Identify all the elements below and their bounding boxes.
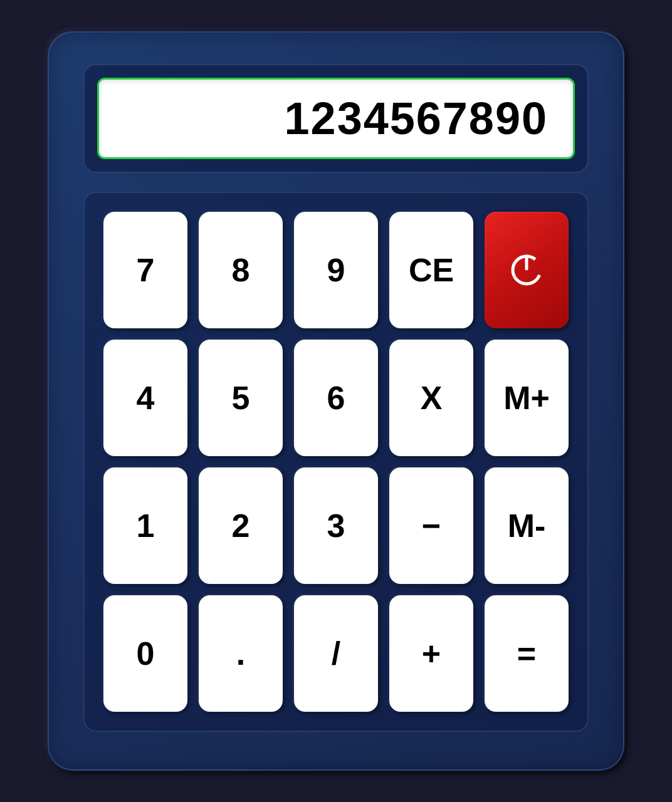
key-add[interactable]: + xyxy=(389,595,473,712)
key-decimal[interactable]: . xyxy=(199,595,283,712)
calculator: 1234567890 7 8 9 CE 4 5 6 X M+ 1 xyxy=(48,31,624,771)
key-m-minus[interactable]: M- xyxy=(485,467,569,584)
key-7[interactable]: 7 xyxy=(103,212,187,328)
keypad: 7 8 9 CE 4 5 6 X M+ 1 2 3 − M- xyxy=(83,192,589,732)
display: 1234567890 xyxy=(97,78,575,159)
key-0[interactable]: 0 xyxy=(103,595,187,712)
key-row-3: 1 2 3 − M- xyxy=(103,467,569,584)
key-equals[interactable]: = xyxy=(485,595,569,712)
key-m-plus[interactable]: M+ xyxy=(485,340,569,456)
key-power[interactable] xyxy=(485,212,569,328)
display-wrapper: 1234567890 xyxy=(83,64,589,173)
key-5[interactable]: 5 xyxy=(199,340,283,456)
key-row-4: 0 . / + = xyxy=(103,595,569,712)
key-9[interactable]: 9 xyxy=(294,212,378,328)
key-subtract[interactable]: − xyxy=(389,467,473,584)
key-divide[interactable]: / xyxy=(294,595,378,712)
key-row-2: 4 5 6 X M+ xyxy=(103,340,569,456)
key-4[interactable]: 4 xyxy=(103,340,187,456)
key-8[interactable]: 8 xyxy=(199,212,283,328)
key-row-1: 7 8 9 CE xyxy=(103,212,569,328)
power-icon xyxy=(508,251,545,289)
key-ce[interactable]: CE xyxy=(389,212,473,328)
key-1[interactable]: 1 xyxy=(103,467,187,584)
key-6[interactable]: 6 xyxy=(294,340,378,456)
key-3[interactable]: 3 xyxy=(294,467,378,584)
display-value: 1234567890 xyxy=(285,93,548,144)
key-multiply[interactable]: X xyxy=(389,340,473,456)
key-2[interactable]: 2 xyxy=(199,467,283,584)
